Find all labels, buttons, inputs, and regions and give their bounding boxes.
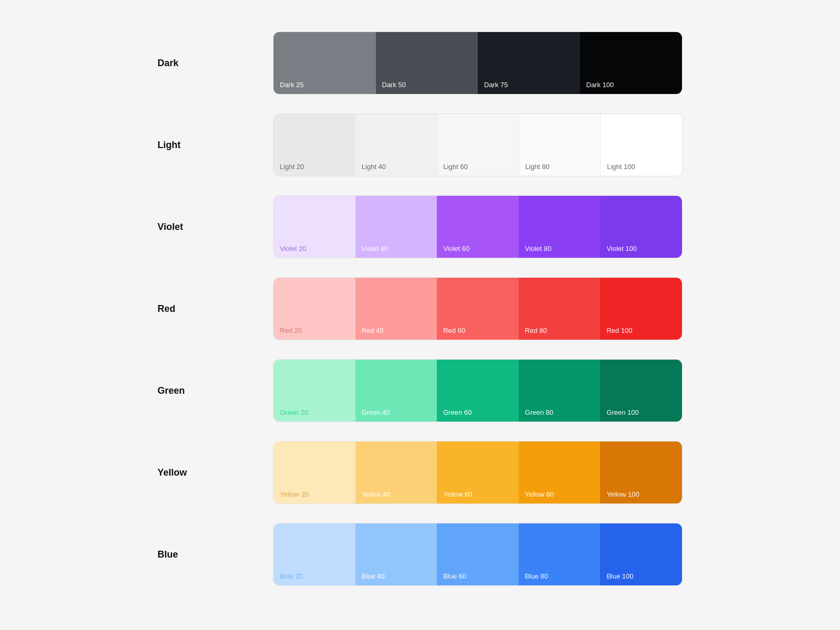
swatch-light-80[interactable]: Light 80 xyxy=(519,114,601,176)
swatch-label-green-20: Green 20 xyxy=(280,408,308,416)
palette-row-blue: BlueBlue 20Blue 40Blue 60Blue 80Blue 100 xyxy=(158,523,682,586)
swatch-violet-20[interactable]: Violet 20 xyxy=(274,196,355,258)
swatch-dark-25[interactable]: Dark 25 xyxy=(274,32,376,94)
swatch-label-red-40: Red 40 xyxy=(362,327,384,334)
swatch-label-light-20: Light 20 xyxy=(280,163,304,171)
swatch-green-60[interactable]: Green 60 xyxy=(437,360,519,422)
swatch-dark-100[interactable]: Dark 100 xyxy=(580,32,682,94)
swatch-yellow-80[interactable]: Yellow 80 xyxy=(519,442,601,503)
swatch-label-violet-20: Violet 20 xyxy=(280,245,306,253)
palette-label-light: Light xyxy=(158,140,273,151)
swatch-green-40[interactable]: Green 40 xyxy=(355,360,437,422)
palette-swatches-dark: Dark 25Dark 50Dark 75Dark 100 xyxy=(273,32,682,94)
swatch-label-violet-40: Violet 40 xyxy=(362,245,388,253)
swatch-red-60[interactable]: Red 60 xyxy=(437,278,519,340)
swatch-label-light-80: Light 80 xyxy=(525,163,549,171)
swatch-label-dark-100: Dark 100 xyxy=(586,81,614,89)
palette-swatches-red: Red 20Red 40Red 60Red 80Red 100 xyxy=(273,277,682,340)
swatch-label-yellow-40: Yellow 40 xyxy=(362,490,391,498)
swatch-label-blue-80: Blue 80 xyxy=(525,572,548,580)
palette-row-violet: VioletViolet 20Violet 40Violet 60Violet … xyxy=(158,195,682,258)
swatch-label-yellow-60: Yellow 60 xyxy=(443,490,472,498)
swatch-blue-20[interactable]: Blue 20 xyxy=(274,523,355,585)
swatch-label-yellow-20: Yellow 20 xyxy=(280,490,309,498)
swatch-label-violet-60: Violet 60 xyxy=(443,245,469,253)
swatch-green-80[interactable]: Green 80 xyxy=(519,360,601,422)
swatch-blue-100[interactable]: Blue 100 xyxy=(600,523,682,585)
swatch-light-60[interactable]: Light 60 xyxy=(437,114,519,176)
swatch-label-blue-60: Blue 60 xyxy=(443,572,466,580)
swatch-label-blue-100: Blue 100 xyxy=(606,572,633,580)
swatch-label-dark-25: Dark 25 xyxy=(280,81,304,89)
swatch-label-green-80: Green 80 xyxy=(525,408,553,416)
swatch-blue-80[interactable]: Blue 80 xyxy=(519,523,601,585)
swatch-label-dark-75: Dark 75 xyxy=(484,81,508,89)
palette-swatches-blue: Blue 20Blue 40Blue 60Blue 80Blue 100 xyxy=(273,523,682,586)
palette-label-violet: Violet xyxy=(158,222,273,233)
palette-row-yellow: YellowYellow 20Yellow 40Yellow 60Yellow … xyxy=(158,441,682,504)
swatch-label-green-60: Green 60 xyxy=(443,408,471,416)
swatch-violet-40[interactable]: Violet 40 xyxy=(355,196,437,258)
swatch-yellow-40[interactable]: Yellow 40 xyxy=(355,442,437,503)
swatch-green-100[interactable]: Green 100 xyxy=(600,360,682,422)
swatch-label-light-100: Light 100 xyxy=(607,163,635,171)
swatch-dark-50[interactable]: Dark 50 xyxy=(376,32,478,94)
palette-swatches-yellow: Yellow 20Yellow 40Yellow 60Yellow 80Yell… xyxy=(273,441,682,504)
swatch-violet-80[interactable]: Violet 80 xyxy=(519,196,601,258)
swatch-light-100[interactable]: Light 100 xyxy=(601,114,682,176)
swatch-label-violet-80: Violet 80 xyxy=(525,245,551,253)
palette-swatches-violet: Violet 20Violet 40Violet 60Violet 80Viol… xyxy=(273,195,682,258)
swatch-red-100[interactable]: Red 100 xyxy=(600,278,682,340)
palette-label-dark: Dark xyxy=(158,58,273,69)
swatch-label-red-100: Red 100 xyxy=(606,327,632,334)
swatch-yellow-60[interactable]: Yellow 60 xyxy=(437,442,519,503)
swatch-label-light-40: Light 40 xyxy=(362,163,386,171)
swatch-blue-40[interactable]: Blue 40 xyxy=(355,523,437,585)
swatch-label-light-60: Light 60 xyxy=(444,163,468,171)
swatch-violet-60[interactable]: Violet 60 xyxy=(437,196,519,258)
palette-row-dark: DarkDark 25Dark 50Dark 75Dark 100 xyxy=(158,32,682,94)
palette-label-yellow: Yellow xyxy=(158,467,273,478)
palette-page: DarkDark 25Dark 50Dark 75Dark 100LightLi… xyxy=(158,32,682,605)
palette-label-blue: Blue xyxy=(158,549,273,560)
swatch-label-yellow-100: Yellow 100 xyxy=(606,490,639,498)
swatch-yellow-20[interactable]: Yellow 20 xyxy=(274,442,355,503)
swatch-green-20[interactable]: Green 20 xyxy=(274,360,355,422)
swatch-red-20[interactable]: Red 20 xyxy=(274,278,355,340)
palette-row-red: RedRed 20Red 40Red 60Red 80Red 100 xyxy=(158,277,682,340)
swatch-label-dark-50: Dark 50 xyxy=(382,81,406,89)
swatch-red-40[interactable]: Red 40 xyxy=(355,278,437,340)
palette-row-light: LightLight 20Light 40Light 60Light 80Lig… xyxy=(158,113,682,176)
swatch-label-red-60: Red 60 xyxy=(443,327,465,334)
swatch-red-80[interactable]: Red 80 xyxy=(519,278,601,340)
swatch-label-yellow-80: Yellow 80 xyxy=(525,490,554,498)
swatch-label-red-80: Red 80 xyxy=(525,327,547,334)
swatch-light-20[interactable]: Light 20 xyxy=(274,114,355,176)
swatch-label-blue-40: Blue 40 xyxy=(362,572,385,580)
swatch-dark-75[interactable]: Dark 75 xyxy=(478,32,580,94)
swatch-label-blue-20: Blue 20 xyxy=(280,572,303,580)
palette-row-green: GreenGreen 20Green 40Green 60Green 80Gre… xyxy=(158,359,682,422)
palette-label-red: Red xyxy=(158,303,273,314)
swatch-blue-60[interactable]: Blue 60 xyxy=(437,523,519,585)
swatch-label-violet-100: Violet 100 xyxy=(606,245,637,253)
palette-swatches-green: Green 20Green 40Green 60Green 80Green 10… xyxy=(273,359,682,422)
swatch-label-red-20: Red 20 xyxy=(280,327,302,334)
palette-label-green: Green xyxy=(158,385,273,396)
swatch-label-green-40: Green 40 xyxy=(362,408,390,416)
swatch-yellow-100[interactable]: Yellow 100 xyxy=(600,442,682,503)
swatch-label-green-100: Green 100 xyxy=(606,408,638,416)
palette-swatches-light: Light 20Light 40Light 60Light 80Light 10… xyxy=(273,113,682,176)
swatch-light-40[interactable]: Light 40 xyxy=(355,114,437,176)
swatch-violet-100[interactable]: Violet 100 xyxy=(600,196,682,258)
